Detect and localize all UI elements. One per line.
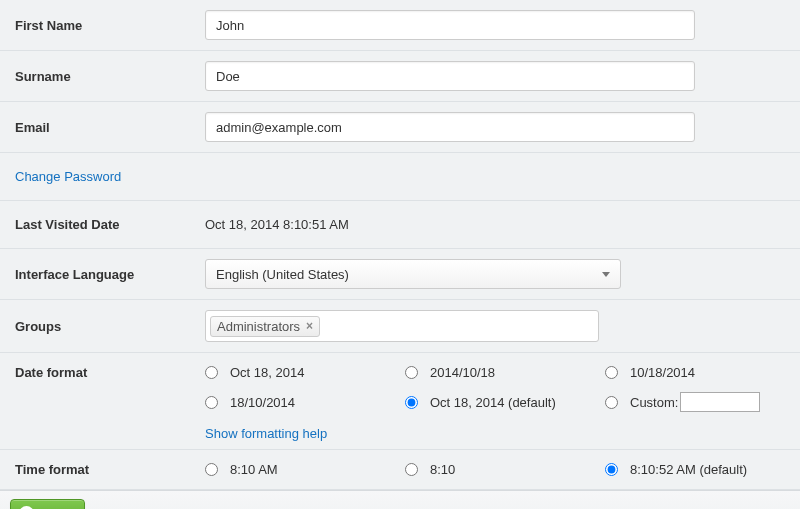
- chevron-down-icon: [602, 272, 610, 277]
- label-surname: Surname: [15, 69, 205, 84]
- label-email: Email: [15, 120, 205, 135]
- label-date-format: Date format: [15, 365, 205, 380]
- time-format-radio-3[interactable]: [605, 463, 618, 476]
- row-change-password: Change Password: [0, 153, 800, 201]
- last-visited-value: Oct 18, 2014 8:10:51 AM: [205, 217, 349, 232]
- change-password-link[interactable]: Change Password: [15, 169, 121, 184]
- label-last-visited: Last Visited Date: [15, 217, 205, 232]
- date-format-option-2: 2014/10/18: [430, 365, 495, 380]
- date-format-radio-6[interactable]: [605, 396, 618, 409]
- row-last-visited: Last Visited Date Oct 18, 2014 8:10:51 A…: [0, 201, 800, 249]
- language-select-value: English (United States): [216, 267, 602, 282]
- time-format-option-3: 8:10:52 AM (default): [630, 462, 747, 477]
- row-email: Email: [0, 102, 800, 153]
- date-format-option-3: 10/18/2014: [630, 365, 695, 380]
- groups-tag-input[interactable]: Administrators ×: [205, 310, 599, 342]
- time-format-option-1: 8:10 AM: [230, 462, 278, 477]
- label-language: Interface Language: [15, 267, 205, 282]
- date-format-option-1: Oct 18, 2014: [230, 365, 304, 380]
- label-first-name: First Name: [15, 18, 205, 33]
- save-button[interactable]: Save: [10, 499, 85, 509]
- date-format-radio-3[interactable]: [605, 366, 618, 379]
- group-tag[interactable]: Administrators ×: [210, 316, 320, 337]
- check-icon: [19, 506, 34, 510]
- row-time-format: Time format 8:10 AM 8:10 8:10:52 AM (def…: [0, 450, 800, 490]
- row-surname: Surname: [0, 51, 800, 102]
- group-tag-label: Administrators: [217, 319, 300, 334]
- row-groups: Groups Administrators ×: [0, 300, 800, 353]
- date-format-option-6: Custom:: [630, 395, 678, 410]
- time-format-radio-1[interactable]: [205, 463, 218, 476]
- save-button-label: Save: [40, 506, 70, 510]
- label-groups: Groups: [15, 319, 205, 334]
- date-format-radio-2[interactable]: [405, 366, 418, 379]
- row-language: Interface Language English (United State…: [0, 249, 800, 300]
- show-formatting-help-link[interactable]: Show formatting help: [205, 424, 327, 441]
- remove-tag-icon[interactable]: ×: [306, 319, 313, 333]
- row-first-name: First Name: [0, 0, 800, 51]
- date-format-option-5: Oct 18, 2014 (default): [430, 395, 556, 410]
- date-format-custom-input[interactable]: [680, 392, 760, 412]
- label-time-format: Time format: [15, 462, 205, 477]
- language-select[interactable]: English (United States): [205, 259, 621, 289]
- first-name-input[interactable]: [205, 10, 695, 40]
- row-date-format: Date format Oct 18, 2014 2014/10/18 10/1…: [0, 353, 800, 450]
- time-format-option-2: 8:10: [430, 462, 455, 477]
- time-format-radio-2[interactable]: [405, 463, 418, 476]
- surname-input[interactable]: [205, 61, 695, 91]
- email-input[interactable]: [205, 112, 695, 142]
- footer-bar: Save: [0, 490, 800, 509]
- date-format-radio-4[interactable]: [205, 396, 218, 409]
- date-format-option-4: 18/10/2014: [230, 395, 295, 410]
- date-format-radio-1[interactable]: [205, 366, 218, 379]
- date-format-radio-5[interactable]: [405, 396, 418, 409]
